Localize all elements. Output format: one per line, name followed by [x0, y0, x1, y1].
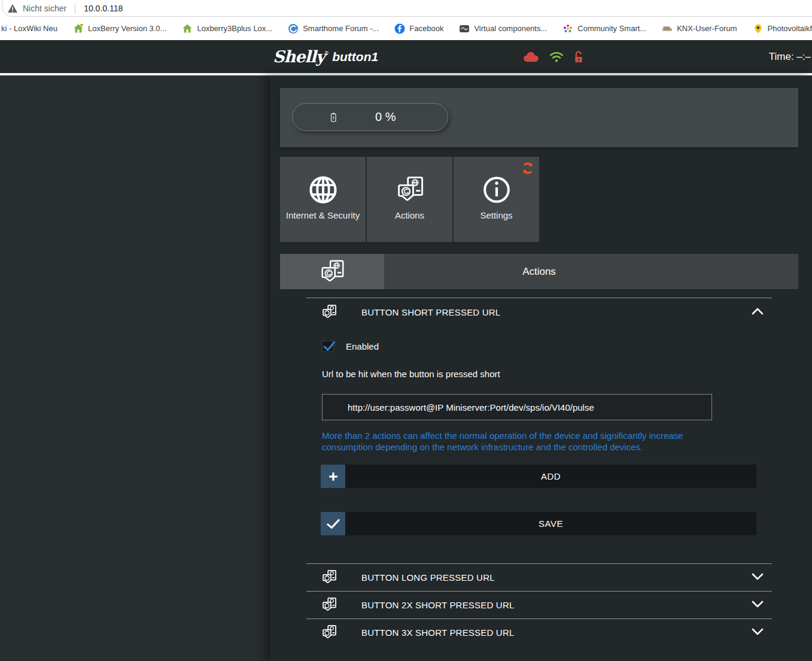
actions-warning-text: More than 2 actions can affect the norma…	[322, 430, 717, 453]
shield-page-icon	[321, 596, 337, 613]
chevron-down-icon[interactable]	[752, 601, 764, 608]
bookmark-label: Photovoltaikforum	[768, 24, 812, 33]
shelly-logo: Shelly® button1	[273, 40, 378, 73]
time-display: Time: –:–	[769, 40, 811, 73]
bookmark-loxberry[interactable]: W LoxBerry Version 3.0...	[73, 23, 167, 34]
dark-badge-icon	[459, 23, 470, 34]
bookmark-label: Loxberry3Bplus Lox...	[197, 24, 272, 33]
add-button-label: ADD	[345, 465, 756, 488]
enabled-label: Enabled	[346, 341, 379, 351]
url-field-label: Url to be hit when the button is pressed…	[322, 369, 500, 379]
bookmark-smarthome-forum[interactable]: Smarthome Forum -...	[288, 23, 379, 34]
bookmark-label: KNX-User-Forum	[677, 24, 737, 33]
bookmark-label: Smarthome Forum -...	[303, 24, 379, 33]
bookmark-loxwiki[interactable]: ki - LoxWiki Neu	[1, 24, 57, 33]
main-content: 0 % Internet & Security	[270, 75, 812, 661]
section-header-2x-short-pressed[interactable]: BUTTON 2X SHORT PRESSED URL	[306, 591, 772, 618]
wifi-icon[interactable]	[549, 51, 564, 63]
battery-percentage: 0 %	[375, 110, 396, 124]
enabled-checkbox[interactable]	[322, 341, 333, 352]
section-title: BUTTON 2X SHORT PRESSED URL	[361, 591, 514, 618]
shelly-swirl-icon	[288, 23, 299, 34]
bookmark-label: Community Smart...	[577, 24, 646, 33]
plus-icon	[321, 465, 345, 488]
screen: Nicht sicher 10.0.0.118 ki - LoxWiki Neu…	[0, 0, 812, 661]
cloud-icon[interactable]	[522, 51, 540, 63]
bookmark-label: ki - LoxWiki Neu	[1, 24, 57, 33]
save-button-label: SAVE	[345, 512, 756, 535]
bookmark-loxberry3b[interactable]: Loxberry3Bplus Lox...	[182, 23, 272, 34]
section-header-short-pressed[interactable]: BUTTON SHORT PRESSED URL	[306, 298, 772, 326]
bookmark-facebook[interactable]: Facebook	[394, 23, 443, 34]
shield-page-icon	[318, 258, 346, 286]
section-title: BUTTON LONG PRESSED URL	[361, 563, 495, 591]
actions-bar-iconbox[interactable]	[280, 254, 384, 289]
device-name: button1	[332, 50, 378, 64]
check-icon	[321, 512, 345, 535]
bookmark-knx-forum[interactable]: KNX-User-Forum	[662, 23, 737, 34]
bookmark-label: LoxBerry Version 3.0...	[88, 24, 167, 33]
warning-icon	[7, 4, 18, 13]
security-warning-label[interactable]: Nicht sicher	[23, 4, 66, 13]
logo-registered-mark: ®	[325, 50, 329, 56]
battery-icon	[329, 109, 338, 126]
address-separator	[75, 4, 75, 14]
url-input[interactable]	[322, 394, 712, 420]
browser-address-bar: Nicht sicher 10.0.0.118	[0, 0, 812, 17]
section-title: BUTTON 3X SHORT PRESSED URL	[361, 618, 514, 646]
tile-label: Internet & Security	[286, 210, 360, 221]
svg-text:W: W	[81, 23, 83, 26]
bookmark-label: Virtual components...	[474, 24, 547, 33]
shield-page-icon	[321, 624, 337, 641]
community-dots-icon	[562, 23, 573, 34]
enabled-row: Enabled	[322, 339, 379, 353]
house-icon	[182, 23, 193, 34]
omnibox[interactable]	[2, 0, 812, 17]
app-header: Shelly® button1 Time: –:–	[0, 40, 812, 73]
tab-internet-security[interactable]: Internet & Security	[280, 157, 366, 242]
url-text[interactable]: 10.0.0.118	[84, 4, 123, 13]
map-pin-icon	[753, 23, 764, 34]
bookmark-label: Facebook	[409, 24, 443, 33]
add-button[interactable]: ADD	[321, 465, 756, 488]
chevron-up-icon[interactable]	[752, 308, 764, 315]
section-title: BUTTON SHORT PRESSED URL	[361, 298, 500, 326]
bookmark-virtual-components[interactable]: Virtual components...	[459, 23, 547, 34]
shield-page-icon	[394, 174, 425, 205]
info-icon	[480, 173, 513, 207]
bookmarks-bar: ki - LoxWiki Neu W LoxBerry Version 3.0.…	[0, 17, 812, 40]
lock-open-icon[interactable]	[573, 50, 584, 63]
shield-page-icon	[321, 304, 337, 320]
nav-tiles: Internet & Security Actions	[280, 157, 798, 242]
bookmark-community-smart[interactable]: Community Smart...	[562, 23, 646, 34]
chevron-down-icon[interactable]	[752, 628, 764, 635]
house-icon: W	[73, 23, 84, 34]
knx-icon	[662, 23, 673, 34]
logo-text: Shelly	[273, 47, 325, 66]
refresh-icon[interactable]	[521, 162, 534, 175]
page-background	[0, 75, 270, 661]
battery-indicator: 0 %	[292, 103, 448, 131]
actions-section-bar[interactable]: Actions	[280, 254, 798, 289]
save-button[interactable]: SAVE	[321, 512, 756, 535]
globe-icon	[306, 172, 340, 207]
chevron-down-icon[interactable]	[752, 573, 764, 580]
facebook-icon	[394, 23, 405, 34]
tile-label: Actions	[395, 210, 424, 221]
shield-page-icon	[321, 569, 337, 586]
tab-settings[interactable]: Settings	[454, 157, 539, 242]
battery-panel: 0 %	[280, 88, 798, 147]
section-header-3x-short-pressed[interactable]: BUTTON 3X SHORT PRESSED URL	[306, 618, 772, 646]
tile-label: Settings	[480, 210, 512, 221]
section-header-long-pressed[interactable]: BUTTON LONG PRESSED URL	[306, 563, 772, 591]
bookmark-photovoltaikforum[interactable]: Photovoltaikforum	[753, 23, 812, 34]
tab-actions[interactable]: Actions	[367, 157, 452, 242]
